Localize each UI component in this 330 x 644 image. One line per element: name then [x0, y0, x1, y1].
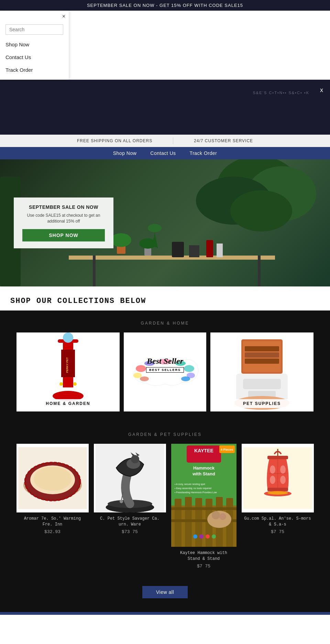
- bird-feeder-svg: [243, 447, 312, 509]
- categories-section-label: GARDEN & HOME: [7, 321, 323, 326]
- product-price-4: $7 75: [242, 529, 314, 534]
- svg-point-87: [212, 511, 220, 519]
- header-dismiss-btn[interactable]: x: [320, 87, 323, 94]
- best-seller-sub-text: BEST SELLERS: [146, 367, 184, 373]
- svg-rect-73: [195, 498, 202, 547]
- svg-point-92: [212, 534, 216, 539]
- product-price-3: $7 75: [171, 564, 236, 569]
- pet-bed-svg: [18, 447, 87, 509]
- svg-rect-16: [189, 245, 199, 257]
- svg-point-19: [148, 224, 162, 232]
- bottom-bar: [0, 612, 330, 615]
- category-card-best-sellers[interactable]: Best Seller BEST SELLERS: [124, 332, 206, 411]
- drawer-item-shop-now[interactable]: Shop Now: [0, 38, 69, 51]
- best-seller-main-text: Best Seller: [131, 357, 199, 366]
- svg-rect-97: [267, 456, 288, 459]
- product-name-3: Kaytee Hammock with Stand & Stand: [171, 550, 236, 562]
- product-price-1: $32.93: [16, 529, 89, 534]
- hero-shop-now-button[interactable]: SHOP NOW: [22, 229, 105, 241]
- pet-supplies-label: PET SUPPLIES: [214, 399, 310, 408]
- svg-text:• Freestanding Hammock Provide: • Freestanding Hammock Provides Low: [175, 491, 217, 494]
- announcement-bar: SEPTEMBER SALE ON NOW - GET 15% OFF WITH…: [0, 0, 330, 11]
- product-card-4[interactable]: Gu.com Sp.al. An'se. S-mors & S.a-s $7 7…: [242, 444, 314, 569]
- svg-rect-1: [0, 194, 14, 204]
- announcement-text: SEPTEMBER SALE ON NOW - GET 15% OFF WITH…: [87, 3, 243, 8]
- svg-text:PERKY PET: PERKY PET: [66, 357, 69, 373]
- view-all-section: View all: [0, 579, 330, 612]
- main-nav: Shop Now Contact Us Track Order: [0, 147, 330, 159]
- header-area: S&E’S C•T•N•• S&•C• •K x: [0, 80, 330, 135]
- featured-products-grid: Aromar 7e. So.' Warming Fre. Inn $32.93: [7, 444, 323, 569]
- svg-rect-42: [245, 346, 279, 351]
- svg-point-64: [120, 500, 123, 503]
- kaytee-hammock-svg: KAYTEE Hammock with Stand • A cozy, secu…: [171, 444, 236, 547]
- svg-rect-43: [245, 352, 279, 358]
- svg-point-32: [133, 373, 142, 378]
- product-image-4: [242, 444, 314, 512]
- header-logo-text: S&E’S C•T•N•• S&•C• •K: [253, 90, 309, 95]
- svg-text:KAYTEE: KAYTEE: [194, 448, 213, 453]
- svg-rect-104: [267, 488, 288, 491]
- svg-text:4 Pieces: 4 Pieces: [220, 448, 233, 451]
- product-card-3[interactable]: KAYTEE Hammock with Stand • A cozy, secu…: [171, 444, 236, 569]
- svg-point-37: [140, 376, 149, 381]
- svg-rect-77: [171, 507, 236, 510]
- svg-rect-18: [217, 244, 223, 257]
- search-input[interactable]: [6, 24, 63, 35]
- home-garden-label: HOME & GARDEN: [20, 399, 116, 408]
- svg-point-27: [59, 382, 63, 386]
- svg-point-66: [131, 455, 139, 463]
- svg-rect-10: [258, 256, 261, 286]
- cat-tree-svg: [96, 444, 164, 512]
- best-seller-splash: Best Seller BEST SELLERS: [131, 357, 199, 387]
- collections-heading: SHOP OUR COLLECTIONS BELOW: [0, 286, 330, 310]
- drawer-item-track-order[interactable]: Track Order: [0, 64, 69, 76]
- view-all-button[interactable]: View all: [142, 586, 188, 598]
- product-image-2: [94, 444, 166, 512]
- svg-point-38: [181, 376, 190, 381]
- svg-text:with Stand: with Stand: [192, 471, 215, 476]
- svg-point-91: [206, 534, 210, 539]
- shipping-info: FREE SHIPPING ON ALL ORDERS: [56, 138, 173, 143]
- hero-sale-desc: Use code SALE15 at checkout to get an ad…: [22, 213, 105, 224]
- svg-point-28: [73, 382, 77, 386]
- product-name-4: Gu.com Sp.al. An'se. S-mors & S.a-s: [242, 516, 314, 528]
- product-name-1: Aromar 7e. So.' Warming Fre. Inn: [16, 516, 89, 528]
- svg-point-58: [34, 467, 72, 491]
- drawer-item-contact-us[interactable]: Contact Us: [0, 51, 69, 64]
- svg-point-88: [219, 513, 226, 520]
- category-grid: PERKY PET HOME & GARDEN: [7, 332, 323, 411]
- svg-point-12: [111, 233, 131, 247]
- svg-rect-15: [172, 242, 184, 257]
- svg-rect-46: [243, 379, 281, 389]
- svg-text:Hammock: Hammock: [193, 465, 214, 471]
- info-bar: FREE SHIPPING ON ALL ORDERS 24/7 CUSTOME…: [0, 135, 330, 147]
- svg-point-89: [193, 534, 197, 539]
- svg-rect-17: [206, 240, 213, 257]
- svg-point-22: [63, 332, 73, 343]
- nav-contact-us[interactable]: Contact Us: [150, 150, 176, 156]
- category-card-pet-supplies[interactable]: PET SUPPLIES: [210, 332, 314, 411]
- svg-point-103: [280, 476, 286, 484]
- categories-section: GARDEN & HOME PERKY PET HOME & GARDEN: [0, 310, 330, 422]
- svg-point-102: [270, 476, 275, 484]
- svg-point-101: [280, 465, 286, 474]
- featured-section: GARDEN & PET SUPPLIES Aromar 7e. So.' Wa…: [0, 422, 330, 579]
- svg-point-90: [199, 534, 204, 539]
- nav-track-order[interactable]: Track Order: [190, 150, 217, 156]
- nav-drawer-close[interactable]: ×: [62, 13, 65, 20]
- category-card-home-garden[interactable]: PERKY PET HOME & GARDEN: [16, 332, 120, 411]
- product-name-2: C. Pet Style Savager Ca. urn. Ware: [94, 516, 166, 528]
- product-image-1: [16, 444, 89, 512]
- product-card-1[interactable]: Aromar 7e. So.' Warming Fre. Inn $32.93: [16, 444, 89, 569]
- svg-rect-9: [93, 256, 96, 286]
- svg-point-6: [230, 190, 292, 231]
- nav-shop-now[interactable]: Shop Now: [113, 150, 137, 156]
- svg-point-106: [267, 491, 288, 495]
- product-price-2: $73 75: [94, 529, 166, 534]
- svg-text:• A cozy, secure nesting spot: • A cozy, secure nesting spot: [175, 483, 205, 486]
- product-card-2[interactable]: C. Pet Style Savager Ca. urn. Ware $73 7…: [94, 444, 166, 569]
- svg-point-100: [270, 465, 275, 474]
- hero-sale-title: SEPTEMBER SALE ON NOW: [22, 204, 105, 210]
- service-info: 24/7 CUSTOMER SERVICE: [173, 138, 274, 143]
